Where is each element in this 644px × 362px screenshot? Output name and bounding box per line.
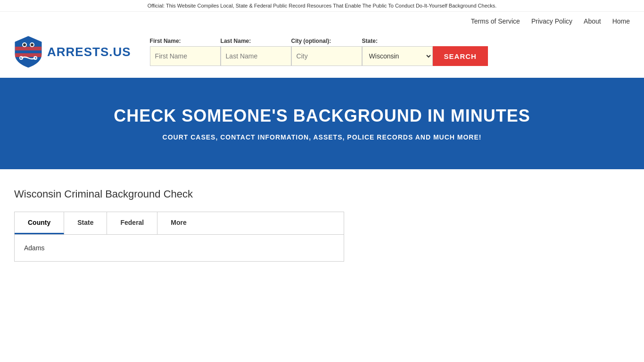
tab-more[interactable]: More bbox=[157, 212, 199, 234]
search-button-group: SEARCH bbox=[433, 38, 488, 66]
nav-home[interactable]: Home bbox=[612, 17, 630, 25]
search-button[interactable]: SEARCH bbox=[433, 46, 488, 66]
last-name-input[interactable] bbox=[221, 46, 291, 66]
search-button-spacer bbox=[433, 38, 488, 44]
first-name-field-group: First Name: bbox=[150, 38, 221, 66]
state-select[interactable]: Select State Alabama Alaska Arizona Arka… bbox=[362, 46, 433, 66]
svg-point-5 bbox=[31, 43, 33, 46]
svg-rect-1 bbox=[15, 53, 41, 57]
state-label: State: bbox=[362, 38, 433, 44]
tabs-header: County State Federal More bbox=[15, 212, 344, 235]
city-field-group: City (optional): bbox=[291, 38, 362, 66]
logo-area: ARRESTS.US bbox=[14, 35, 131, 68]
content-area: Wisconsin Criminal Background Check Coun… bbox=[0, 169, 644, 280]
tabs-container: County State Federal More Adams bbox=[14, 212, 344, 262]
list-item[interactable]: Adams bbox=[24, 242, 334, 254]
search-area: First Name: Last Name: City (optional): … bbox=[150, 38, 630, 66]
search-fields-row: First Name: Last Name: City (optional): … bbox=[150, 38, 630, 66]
last-name-label: Last Name: bbox=[221, 38, 291, 44]
hero-banner: CHECK SOMEONE'S BACKGROUND IN MINUTES CO… bbox=[0, 78, 644, 169]
nav-about[interactable]: About bbox=[584, 17, 601, 25]
svg-point-4 bbox=[23, 43, 26, 46]
city-label: City (optional): bbox=[291, 38, 362, 44]
state-field-group: State: Select State Alabama Alaska Arizo… bbox=[362, 38, 433, 66]
first-name-input[interactable] bbox=[150, 46, 221, 66]
logo-text: ARRESTS.US bbox=[47, 45, 131, 59]
announcement-text: Official: This Website Compiles Local, S… bbox=[148, 3, 497, 8]
hero-subtitle: COURT CASES, CONTACT INFORMATION, ASSETS… bbox=[14, 133, 630, 141]
last-name-field-group: Last Name: bbox=[221, 38, 291, 66]
section-title: Wisconsin Criminal Background Check bbox=[14, 188, 630, 200]
logo-icon bbox=[14, 35, 42, 68]
hero-title: CHECK SOMEONE'S BACKGROUND IN MINUTES bbox=[14, 106, 630, 126]
first-name-label: First Name: bbox=[150, 38, 221, 44]
nav-privacy[interactable]: Privacy Policy bbox=[531, 17, 572, 25]
tab-federal[interactable]: Federal bbox=[107, 212, 157, 234]
header: ARRESTS.US First Name: Last Name: City (… bbox=[0, 31, 644, 78]
svg-rect-0 bbox=[15, 47, 41, 50]
nav-bar: Terms of Service Privacy Policy About Ho… bbox=[0, 12, 644, 31]
city-input[interactable] bbox=[291, 46, 362, 66]
tab-state[interactable]: State bbox=[64, 212, 107, 234]
nav-terms[interactable]: Terms of Service bbox=[471, 17, 520, 25]
tab-content-county: Adams bbox=[15, 235, 344, 261]
announcement-bar: Official: This Website Compiles Local, S… bbox=[0, 0, 644, 12]
tab-county[interactable]: County bbox=[15, 212, 64, 234]
